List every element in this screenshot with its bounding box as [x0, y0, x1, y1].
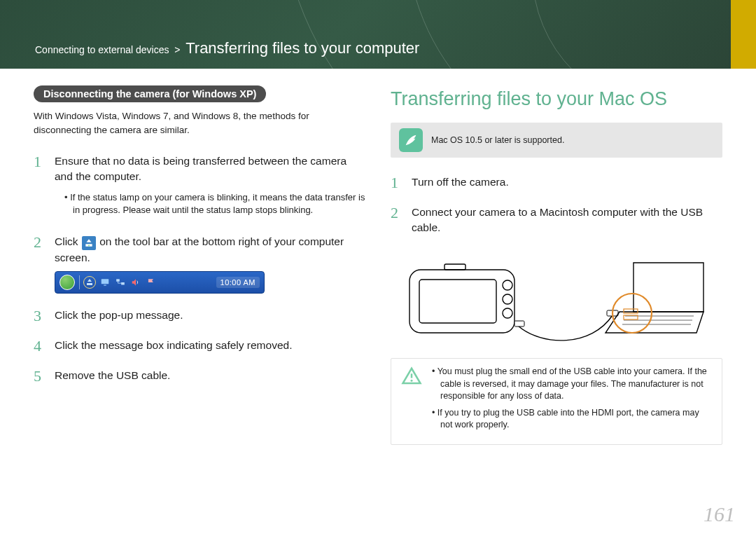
step-2: 2 Connect your camera to a Macintosh com… — [391, 205, 722, 235]
svg-rect-4 — [121, 282, 125, 285]
step-5: 5 Remove the USB cable. — [34, 368, 365, 384]
step-text: Click on the tool bar at the bottom righ… — [55, 234, 365, 266]
page-number: 161 — [704, 502, 735, 526]
section-heading: Transferring files to your Mac OS — [391, 88, 722, 110]
flag-tray-icon — [146, 277, 157, 288]
svg-point-9 — [503, 308, 512, 318]
warning-box: You must plug the small end of the USB c… — [391, 358, 722, 445]
column-left: Disconnecting the camera (for Windows XP… — [34, 85, 365, 445]
step-number: 1 — [34, 153, 48, 220]
svg-point-20 — [411, 380, 413, 382]
page-header: Connecting to external devices > Transfe… — [0, 0, 756, 69]
taskbar-clock: 10:00 AM — [216, 277, 260, 288]
note-icon — [399, 128, 423, 152]
breadcrumb-section: Connecting to external devices — [35, 44, 169, 55]
svg-rect-3 — [116, 279, 120, 282]
svg-rect-6 — [419, 280, 496, 323]
step-text: Connect your camera to a Macintosh compu… — [412, 205, 722, 235]
step-1: 1 Turn off the camera. — [391, 174, 722, 191]
svg-point-0 — [88, 245, 90, 247]
step-text-a: Click — [55, 235, 81, 247]
step-number: 2 — [34, 234, 48, 294]
step-4: 4 Click the message box indicating safel… — [34, 338, 365, 354]
warning-item: You must plug the small end of the USB c… — [432, 366, 712, 403]
subsection-pill: Disconnecting the camera (for Windows XP… — [34, 85, 266, 102]
warning-item: If you try to plug the USB cable into th… — [432, 407, 712, 432]
start-button-icon — [59, 275, 75, 290]
step-number: 5 — [34, 368, 48, 384]
step-3: 3 Click the pop-up message. — [34, 308, 365, 324]
step-2: 2 Click on the tool bar at the bottom ri… — [34, 234, 365, 294]
step-text-b: on the tool bar at the bottom right of y… — [55, 235, 344, 263]
step-text: Click the message box indicating safely … — [55, 338, 292, 354]
step-number: 3 — [34, 308, 48, 324]
safely-remove-tray-icon — [84, 277, 95, 288]
step-1: 1 Ensure that no data is being transferr… — [34, 153, 365, 220]
note-box: Mac OS 10.5 or later is supported. — [391, 123, 722, 158]
warning-icon — [401, 366, 422, 387]
svg-rect-17 — [624, 309, 638, 313]
network-tray-icon — [115, 277, 126, 288]
step-number: 2 — [391, 205, 405, 235]
svg-rect-11 — [514, 321, 524, 327]
camera-laptop-usb-diagram — [402, 249, 710, 347]
svg-point-7 — [503, 280, 512, 290]
steps-right: 1 Turn off the camera. 2 Connect your ca… — [391, 174, 722, 235]
svg-point-8 — [503, 294, 512, 304]
step-text: Turn off the camera. — [412, 174, 509, 191]
svg-rect-1 — [102, 279, 109, 284]
step-bullet: If the status lamp on your camera is bli… — [64, 191, 365, 218]
step-number: 4 — [34, 338, 48, 354]
step-text: Click the pop-up message. — [55, 308, 183, 324]
safely-remove-hardware-icon — [82, 236, 96, 250]
page-body: Disconnecting the camera (for Windows XP… — [0, 69, 756, 445]
volume-tray-icon — [130, 277, 141, 288]
svg-rect-2 — [104, 284, 106, 285]
step-text: Ensure that no data is being transferred… — [55, 153, 365, 184]
steps-left: 1 Ensure that no data is being transferr… — [34, 153, 365, 384]
intro-text: With Windows Vista, Windows 7, and Windo… — [34, 109, 365, 137]
step-number: 1 — [391, 174, 405, 191]
breadcrumb-title: Transferring files to your computer — [186, 39, 419, 57]
edge-tab — [731, 0, 756, 69]
breadcrumb: Connecting to external devices > Transfe… — [35, 0, 721, 57]
step-text: Remove the USB cable. — [55, 368, 170, 384]
monitor-tray-icon — [99, 277, 111, 288]
svg-rect-10 — [444, 264, 465, 270]
note-text: Mac OS 10.5 or later is supported. — [431, 135, 564, 145]
column-right: Transferring files to your Mac OS Mac OS… — [391, 85, 722, 445]
windows-taskbar-illustration: 10:00 AM — [55, 271, 265, 294]
